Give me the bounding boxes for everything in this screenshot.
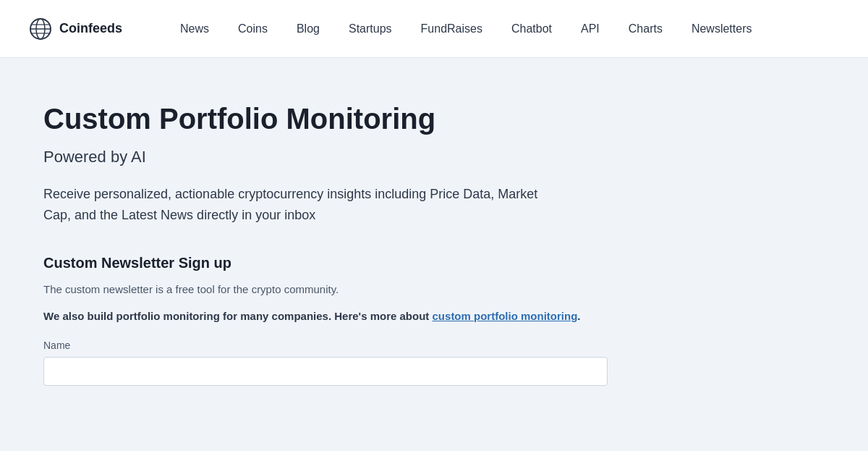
nav-item-blog[interactable]: Blog xyxy=(282,17,334,41)
name-input[interactable] xyxy=(43,357,608,386)
nav-item-fundraises[interactable]: FundRaises xyxy=(407,17,497,41)
nav-item-news[interactable]: News xyxy=(166,17,224,41)
nav-item-coins[interactable]: Coins xyxy=(224,17,282,41)
globe-icon xyxy=(29,17,52,41)
nav-item-chatbot[interactable]: Chatbot xyxy=(497,17,566,41)
section-title: Custom Newsletter Sign up xyxy=(43,255,608,271)
page-title: Custom Portfolio Monitoring xyxy=(43,101,608,136)
name-form-group: Name xyxy=(43,340,608,386)
main-content: Custom Portfolio Monitoring Powered by A… xyxy=(0,58,651,415)
nav-item-newsletters[interactable]: Newsletters xyxy=(677,17,767,41)
portfolio-text-after: . xyxy=(577,310,580,322)
name-label: Name xyxy=(43,340,608,351)
nav-item-api[interactable]: API xyxy=(566,17,614,41)
main-nav: News Coins Blog Startups FundRaises Chat… xyxy=(166,17,839,41)
portfolio-monitoring-link[interactable]: custom portfolio monitoring xyxy=(433,310,578,322)
subtitle: Powered by AI xyxy=(43,148,608,167)
description: Receive personalized, actionable cryptoc… xyxy=(43,184,564,226)
site-header: Coinfeeds News Coins Blog Startups FundR… xyxy=(0,0,868,58)
free-tool-text: The custom newsletter is a free tool for… xyxy=(43,283,608,295)
nav-item-charts[interactable]: Charts xyxy=(614,17,677,41)
nav-item-startups[interactable]: Startups xyxy=(334,17,407,41)
logo-text: Coinfeeds xyxy=(59,21,122,36)
portfolio-text-before: We also build portfolio monitoring for m… xyxy=(43,310,433,322)
logo-link[interactable]: Coinfeeds xyxy=(29,17,122,41)
portfolio-monitoring-text: We also build portfolio monitoring for m… xyxy=(43,310,608,322)
